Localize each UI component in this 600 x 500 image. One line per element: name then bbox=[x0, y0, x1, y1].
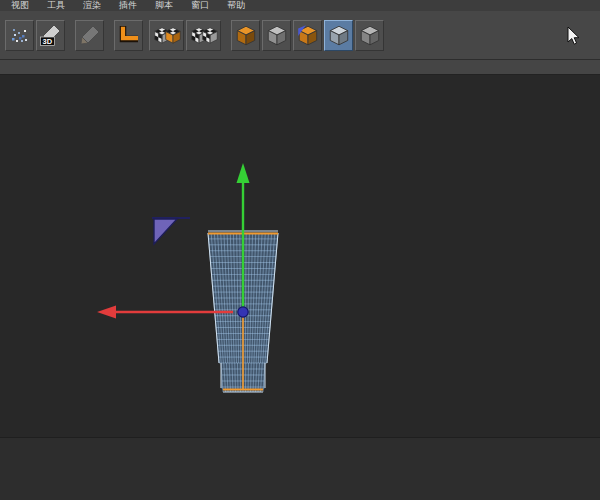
display-mode-3-icon bbox=[296, 23, 320, 47]
texture-cubes-button-b[interactable] bbox=[186, 20, 221, 51]
viewport-panel bbox=[0, 75, 600, 437]
display-mode-button-5[interactable] bbox=[355, 20, 384, 51]
display-mode-1-icon bbox=[234, 23, 258, 47]
bottom-panel bbox=[0, 437, 600, 500]
texture-cubes-b-icon bbox=[189, 22, 219, 48]
menu-help[interactable]: 帮助 bbox=[218, 0, 254, 11]
menu-view[interactable]: 视图 bbox=[2, 0, 38, 11]
plane-gizmo-handle[interactable] bbox=[152, 218, 190, 244]
display-mode-button-2[interactable] bbox=[262, 20, 291, 51]
application-window: 视图 工具 渲染 插件 脚本 窗口 帮助 bbox=[0, 0, 600, 500]
pencil-3d-tool-button[interactable]: 3D bbox=[36, 20, 65, 51]
pencil-3d-icon: 3D bbox=[39, 23, 63, 47]
mouse-cursor bbox=[567, 26, 582, 47]
noise-brush-tool-button[interactable] bbox=[5, 20, 34, 51]
origin-handle[interactable] bbox=[238, 307, 248, 317]
paint-tool-icon bbox=[78, 23, 102, 47]
pencil-3d-badge: 3D bbox=[42, 37, 52, 46]
menu-bar: 视图 工具 渲染 插件 脚本 窗口 帮助 bbox=[0, 0, 600, 11]
texture-cubes-a-icon bbox=[152, 22, 182, 48]
toolbar-divider-strip bbox=[0, 59, 600, 75]
display-mode-5-icon bbox=[358, 23, 382, 47]
corner-spline-tool-button[interactable] bbox=[114, 20, 143, 51]
menu-window[interactable]: 窗口 bbox=[182, 0, 218, 11]
display-mode-4-icon bbox=[327, 23, 351, 47]
display-mode-button-4-selected[interactable] bbox=[324, 20, 353, 51]
display-mode-button-1[interactable] bbox=[231, 20, 260, 51]
menu-script[interactable]: 脚本 bbox=[146, 0, 182, 11]
display-mode-button-3[interactable] bbox=[293, 20, 322, 51]
viewport-canvas[interactable] bbox=[0, 75, 600, 437]
display-mode-2-icon bbox=[265, 23, 289, 47]
texture-cubes-button-a[interactable] bbox=[149, 20, 184, 51]
main-toolbar: 3D bbox=[0, 11, 600, 59]
menu-tools[interactable]: 工具 bbox=[38, 0, 74, 11]
noise-brush-icon bbox=[8, 23, 32, 47]
menu-render[interactable]: 渲染 bbox=[74, 0, 110, 11]
axis-x-handle[interactable] bbox=[97, 306, 233, 319]
menu-plugins[interactable]: 插件 bbox=[110, 0, 146, 11]
paint-tool-button-disabled[interactable] bbox=[75, 20, 104, 51]
corner-spline-icon bbox=[117, 23, 141, 47]
